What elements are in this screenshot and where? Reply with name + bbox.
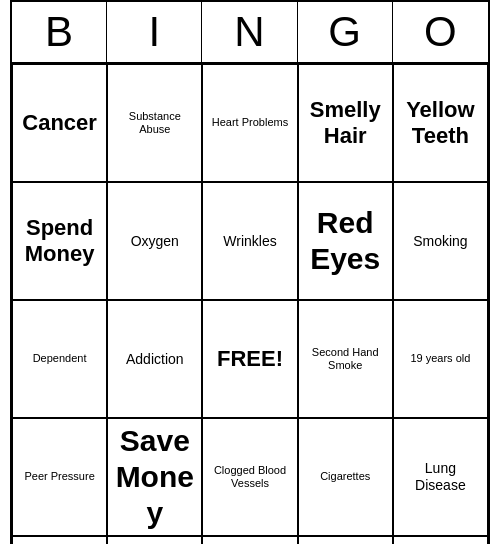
bingo-cell-text: Smoking <box>413 233 467 250</box>
bingo-cell-23: Life <box>298 536 393 544</box>
bingo-cell-text: FREE! <box>217 346 283 372</box>
bingo-cell-6: Oxygen <box>107 182 202 300</box>
bingo-cell-text: Red Eyes <box>303 205 388 277</box>
bingo-cell-text: Spend Money <box>17 215 102 268</box>
bingo-cell-text: Save Money <box>112 423 197 531</box>
bingo-header-letter: N <box>202 2 297 62</box>
bingo-cell-text: Substance Abuse <box>112 110 197 136</box>
bingo-cell-2: Heart Problems <box>202 64 297 182</box>
bingo-cell-text: Wrinkles <box>223 233 276 250</box>
bingo-cell-12: FREE! <box>202 300 297 418</box>
bingo-cell-16: Save Money <box>107 418 202 536</box>
bingo-cell-text: Second Hand Smoke <box>303 346 388 372</box>
bingo-cell-17: Clogged Blood Vessels <box>202 418 297 536</box>
bingo-cell-8: Red Eyes <box>298 182 393 300</box>
bingo-cell-1: Substance Abuse <box>107 64 202 182</box>
bingo-cell-text: Dependent <box>33 352 87 365</box>
bingo-cell-text: Heart Problems <box>212 116 288 129</box>
bingo-cell-11: Addiction <box>107 300 202 418</box>
bingo-header-letter: O <box>393 2 488 62</box>
bingo-cell-0: Cancer <box>12 64 107 182</box>
bingo-header: BINGO <box>12 2 488 64</box>
bingo-cell-9: Smoking <box>393 182 488 300</box>
bingo-cell-22: Yellow Fingers <box>202 536 297 544</box>
bingo-cell-text: 19 years old <box>410 352 470 365</box>
bingo-cell-3: Smelly Hair <box>298 64 393 182</box>
bingo-cell-14: 19 years old <box>393 300 488 418</box>
bingo-cell-7: Wrinkles <box>202 182 297 300</box>
bingo-cell-4: Yellow Teeth <box>393 64 488 182</box>
bingo-card: BINGO CancerSubstance AbuseHeart Problem… <box>10 0 490 544</box>
bingo-cell-20: Smelly Clothes <box>12 536 107 544</box>
bingo-cell-text: Clogged Blood Vessels <box>207 464 292 490</box>
bingo-cell-5: Spend Money <box>12 182 107 300</box>
bingo-cell-text: Cigarettes <box>320 470 370 483</box>
bingo-cell-19: Lung Disease <box>393 418 488 536</box>
bingo-cell-15: Peer Pressure <box>12 418 107 536</box>
bingo-cell-13: Second Hand Smoke <box>298 300 393 418</box>
bingo-cell-18: Cigarettes <box>298 418 393 536</box>
bingo-cell-24: Asthma <box>393 536 488 544</box>
bingo-header-letter: G <box>298 2 393 62</box>
bingo-cell-text: Smelly Hair <box>303 97 388 150</box>
bingo-header-letter: B <box>12 2 107 62</box>
bingo-cell-text: Addiction <box>126 351 184 368</box>
bingo-cell-text: Peer Pressure <box>24 470 94 483</box>
bingo-cell-text: Lung Disease <box>398 460 483 494</box>
bingo-cell-text: Oxygen <box>131 233 179 250</box>
bingo-cell-text: Yellow Teeth <box>398 97 483 150</box>
bingo-cell-21: Small Blood Vessels <box>107 536 202 544</box>
bingo-cell-text: Cancer <box>22 110 97 136</box>
bingo-grid: CancerSubstance AbuseHeart ProblemsSmell… <box>12 64 488 544</box>
bingo-cell-10: Dependent <box>12 300 107 418</box>
bingo-header-letter: I <box>107 2 202 62</box>
